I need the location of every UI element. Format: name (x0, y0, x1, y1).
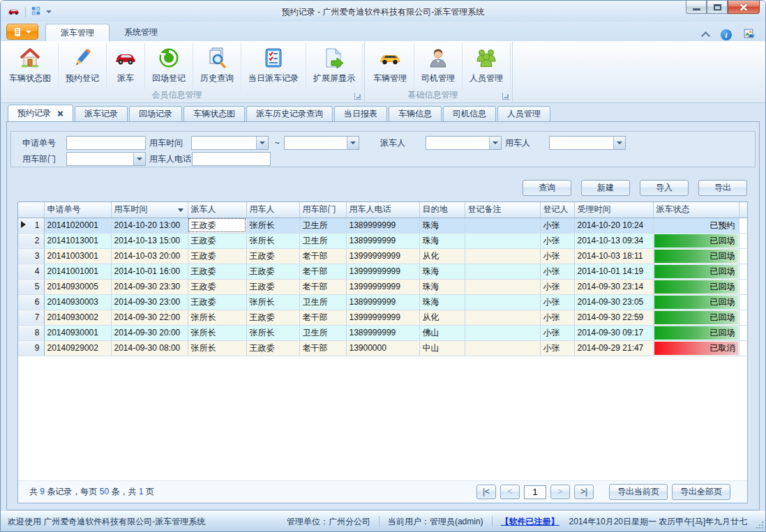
dispatch-status-cell[interactable]: 已回场 (653, 310, 739, 325)
doc-tab[interactable]: 车辆信息 (389, 106, 442, 122)
cell[interactable]: 小张 (540, 279, 574, 294)
cell[interactable]: 珠海 (419, 264, 465, 279)
row-indicator[interactable]: 5 (18, 279, 44, 294)
cell[interactable]: 老干部 (299, 340, 346, 356)
cell[interactable]: 张所长 (246, 218, 299, 233)
cell[interactable]: 小张 (540, 248, 574, 264)
table-row[interactable]: 8201409300012014-09-30 20:00张所长张所长卫生所138… (18, 325, 747, 340)
row-indicator[interactable]: 3 (18, 248, 44, 264)
cell[interactable]: 2014-10-03 20:00 (111, 248, 188, 264)
cell[interactable] (465, 248, 540, 264)
cell[interactable]: 王政委 (188, 294, 246, 310)
cell[interactable]: 2014-09-30 20:00 (111, 325, 188, 340)
cell[interactable]: 2014-09-30 23:14 (574, 279, 653, 294)
cell[interactable]: 小张 (540, 325, 574, 340)
cell[interactable]: 佛山 (419, 325, 465, 340)
cell[interactable]: 小张 (540, 233, 574, 248)
cell[interactable]: 张所长 (246, 325, 299, 340)
prev-page-button[interactable]: < (500, 485, 520, 499)
ribbon-button-reservation[interactable]: 预约登记 (59, 43, 107, 89)
cell[interactable]: 1389999999 (346, 233, 419, 248)
column-header[interactable]: 用车时间 (111, 202, 188, 218)
column-header[interactable]: 登记备注 (465, 202, 540, 218)
table-row[interactable]: 5201409300052014-09-30 23:30王政委王政委老干部139… (18, 279, 747, 294)
dispatch-status-cell[interactable]: 已预约 (653, 218, 739, 233)
cell[interactable]: 20140930003 (44, 294, 111, 310)
table-row[interactable]: 1201410200012014-10-20 13:00王政委张所长卫生所138… (18, 218, 747, 233)
last-page-button[interactable]: >| (574, 485, 594, 499)
dispatch-status-cell[interactable]: 已回场 (653, 264, 739, 279)
export-button[interactable]: 导出 (698, 180, 747, 196)
ribbon-button-history-query[interactable]: 历史查询 (193, 43, 241, 89)
cell[interactable]: 老干部 (299, 279, 346, 294)
cell[interactable]: 1389999999 (346, 294, 419, 310)
car-user-combo[interactable] (549, 136, 626, 150)
cell[interactable]: 1389999999 (346, 325, 419, 340)
import-button[interactable]: 导入 (640, 180, 689, 196)
department-combo[interactable] (66, 152, 146, 166)
ribbon-button-driver-management[interactable]: 司机管理 (414, 43, 463, 89)
cell[interactable]: 2014-09-30 08:00 (111, 340, 188, 356)
column-header[interactable]: 目的地 (419, 202, 465, 218)
cell[interactable]: 王政委 (246, 248, 299, 264)
dropdown-button[interactable] (256, 137, 268, 149)
cell[interactable] (465, 233, 540, 248)
row-indicator[interactable]: 2 (18, 233, 44, 248)
table-row[interactable]: 4201410010012014-10-01 16:00王政委王政委老干部139… (18, 264, 747, 279)
next-page-button[interactable]: > (550, 485, 570, 499)
cell[interactable]: 小张 (540, 340, 574, 356)
cell[interactable]: 13999999999 (346, 248, 419, 264)
cell[interactable]: 13999999999 (346, 279, 419, 294)
cell[interactable] (465, 279, 540, 294)
column-header[interactable]: 用车人 (246, 202, 299, 218)
column-header[interactable]: 用车部门 (299, 202, 346, 218)
cell[interactable] (465, 218, 540, 233)
row-indicator[interactable]: 7 (18, 310, 44, 325)
row-indicator[interactable]: 4 (18, 264, 44, 279)
ribbon-button-dispatch[interactable]: 派车 (107, 43, 145, 89)
cell[interactable]: 20140930001 (44, 325, 111, 340)
cell[interactable] (465, 325, 540, 340)
dropdown-button[interactable] (613, 137, 625, 149)
ribbon-button-return-registration[interactable]: 回场登记 (145, 43, 193, 89)
dispatch-status-cell[interactable]: 已回场 (653, 325, 739, 340)
cell[interactable]: 2014-09-30 22:00 (111, 310, 188, 325)
cell[interactable]: 张所长 (246, 233, 299, 248)
cell[interactable]: 王政委 (188, 233, 246, 248)
table-row[interactable]: 9201409290022014-09-30 08:00张所长王政委老干部139… (18, 340, 747, 356)
ribbon-tab-system[interactable]: 系统管理 (110, 24, 172, 41)
cell[interactable]: 小张 (540, 218, 574, 233)
cell[interactable] (465, 264, 540, 279)
filter-dropdown-icon[interactable] (178, 208, 183, 212)
cell[interactable]: 珠海 (419, 218, 465, 233)
cell[interactable]: 卫生所 (299, 233, 346, 248)
row-indicator[interactable]: 9 (18, 340, 44, 356)
cell[interactable]: 王政委 (188, 279, 246, 294)
cell[interactable]: 20141013001 (44, 233, 111, 248)
cell[interactable]: 2014-09-30 09:17 (574, 325, 653, 340)
ribbon-button-today-dispatch-records[interactable]: 当日派车记录 (241, 43, 306, 89)
cell[interactable]: 老干部 (299, 248, 346, 264)
column-header[interactable]: 受理时间 (574, 202, 653, 218)
cell[interactable]: 珠海 (419, 233, 465, 248)
cell[interactable]: 珠海 (419, 294, 465, 310)
doc-tab[interactable]: 派车历史记录查询 (246, 106, 333, 122)
cell[interactable]: 20140929002 (44, 340, 111, 356)
grid-scroll-area[interactable]: 申请单号用车时间派车人用车人用车部门用车人电话目的地登记备注登记人受理时间派车状… (18, 202, 747, 480)
cell[interactable]: 老干部 (299, 264, 346, 279)
application-menu-button[interactable] (6, 24, 38, 40)
license-registered-link[interactable]: 【软件已注册】 (501, 516, 560, 528)
cell[interactable]: 珠海 (419, 279, 465, 294)
table-row[interactable]: 2201410130012014-10-13 15:00王政委张所长卫生所138… (18, 233, 747, 248)
new-button[interactable]: 新建 (581, 180, 630, 196)
dispatch-status-cell[interactable]: 已回场 (653, 233, 739, 248)
cell[interactable]: 张所长 (188, 325, 246, 340)
info-icon[interactable]: i (721, 29, 732, 40)
row-indicator[interactable]: 1 (18, 218, 44, 233)
table-row[interactable]: 6201409300032014-09-30 23:00王政委张所长卫生所138… (18, 294, 747, 310)
minimize-button[interactable] (686, 1, 707, 14)
ribbon-button-extend-screen[interactable]: 扩展屏显示 (306, 43, 363, 89)
use-time-from-combo[interactable] (191, 136, 269, 150)
cell[interactable]: 老干部 (299, 310, 346, 325)
cell[interactable]: 王政委 (246, 340, 299, 356)
